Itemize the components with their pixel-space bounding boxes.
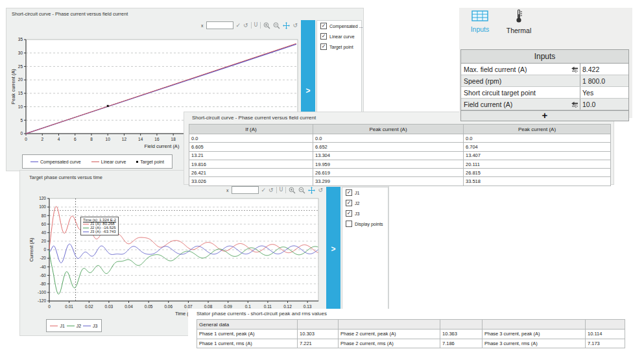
table-cell: 13.21 <box>189 151 313 160</box>
zoom-in-icon[interactable] <box>263 22 270 29</box>
y-tick-label: 20 <box>42 239 47 243</box>
y-tick-label: -20 <box>40 256 47 260</box>
column-header-peak-current-a: Peak current (A) <box>313 125 464 134</box>
table-row: Phase 1 current, rms (A)7.221Phase 2 cur… <box>197 339 625 348</box>
table-cell: 19.816 <box>189 160 313 168</box>
input-row-value[interactable]: 10.0 <box>580 99 628 110</box>
y-axis-label: Current (A) <box>29 237 34 262</box>
toolbar-separator <box>260 22 261 29</box>
group-header-general-data: General data <box>197 320 298 330</box>
group-header-empty <box>298 320 339 330</box>
x-scale-label: x <box>226 188 229 193</box>
refresh-icon[interactable]: ↺ <box>318 187 323 193</box>
input-row-label: Short circuit target point <box>461 89 580 97</box>
x-tick-label: 16 <box>154 137 160 141</box>
table-cell: 13.407 <box>464 151 611 160</box>
tab-thermal-label: Thermal <box>502 27 536 34</box>
input-row-value[interactable]: 8.422 <box>580 64 628 75</box>
x-tick-label: 14 <box>138 137 143 141</box>
table-cell: Phase 2 current, rms (A) <box>339 339 440 348</box>
toolbar-separator <box>285 187 286 193</box>
x-tick-label: 0.01 <box>65 304 73 309</box>
input-label-text: Short circuit target point <box>464 89 536 97</box>
legend-checkbox-target-point[interactable]: ✓Target point <box>320 43 361 50</box>
tab-inputs[interactable]: Inputs <box>464 10 495 33</box>
legend-checkbox-j3[interactable]: ✓J3 <box>346 210 388 217</box>
undo-icon[interactable]: ↺ <box>243 22 248 29</box>
input-row-field-current-a[interactable]: Field current (A)10.0 <box>461 99 628 110</box>
line-swatch <box>91 162 99 162</box>
input-row-max-field-current-a[interactable]: Max. field current (A)8.422 <box>461 64 628 75</box>
legend-checkbox-compensated[interactable]: ✓Compensated ... <box>320 23 361 29</box>
checkbox-unchecked-icon[interactable] <box>346 221 352 227</box>
legend-checkbox-linear-curve[interactable]: ✓Linear curve <box>320 33 361 40</box>
x-tick-label: 0.12 <box>283 304 292 309</box>
x-tick-label: 0 <box>48 304 51 309</box>
input-row-short-circuit-target-point[interactable]: Short circuit target pointYes <box>461 87 628 99</box>
x-tick-label: 0.06 <box>164 304 173 309</box>
zoom-out-icon[interactable] <box>273 22 280 29</box>
sync-parameter-icon[interactable] <box>571 66 578 73</box>
sync-parameter-icon[interactable] <box>571 101 578 108</box>
legend-checkbox-j2[interactable]: ✓J2 <box>346 200 388 206</box>
table-row: 19.81619.95920.111 <box>189 160 611 168</box>
x-scale-input[interactable] <box>206 21 233 29</box>
checkbox-checked-icon[interactable]: ✓ <box>346 189 352 196</box>
y-tick-label: 40 <box>42 230 47 235</box>
x-tick-label: 0.05 <box>145 304 153 309</box>
panel-tabs: Inputs Thermal <box>459 8 632 48</box>
input-row-speed-rpm[interactable]: Speed (rpm)1 800.0 <box>461 75 628 87</box>
checkbox-checked-icon[interactable]: ✓ <box>346 210 352 217</box>
curve-fit-icon[interactable]: U <box>280 187 283 193</box>
chart-legend-box: J1J2J3 <box>46 319 102 332</box>
inputs-table-header: Inputs <box>461 50 628 64</box>
checkbox-checked-icon[interactable]: ✓ <box>346 200 352 206</box>
table-cell: 6.652 <box>313 143 464 151</box>
pan-move-icon[interactable] <box>283 22 290 29</box>
input-label-text: Max. field current (A) <box>464 66 527 73</box>
refresh-icon[interactable]: ↺ <box>292 22 298 29</box>
legend-checkbox-label: J3 <box>355 211 359 216</box>
apply-check-icon[interactable]: ✓ <box>261 187 267 193</box>
checkbox-checked-icon[interactable]: ✓ <box>320 33 327 40</box>
input-row-value[interactable]: Yes <box>580 87 628 98</box>
x-tick-label: 0.04 <box>125 304 133 309</box>
legend-checkbox-display-points[interactable]: Display points <box>346 221 388 227</box>
table-row: Phase 1 current, peak (A)10.303Phase 2 c… <box>197 330 625 339</box>
x-tick-label: 0 <box>25 137 27 141</box>
apply-check-icon[interactable]: ✓ <box>236 22 241 29</box>
zoom-out-icon[interactable] <box>298 187 305 194</box>
x-tick-label: 0.07 <box>184 304 193 309</box>
sync-parameter-icon-wrap[interactable] <box>571 101 578 108</box>
x-scale-input[interactable] <box>232 186 259 194</box>
zoom-in-icon[interactable] <box>289 187 296 194</box>
legend-checkbox-j1[interactable]: ✓J1 <box>346 189 388 196</box>
x-tick-label: 0.02 <box>85 304 93 309</box>
undo-icon[interactable]: ↺ <box>268 187 274 193</box>
pan-move-icon[interactable] <box>308 187 315 194</box>
table-cell: 13.304 <box>313 151 464 160</box>
x-axis-label: Field current (A) <box>145 143 180 149</box>
table-row: 13.2113.30413.407 <box>189 151 611 160</box>
input-row-value[interactable]: 1 800.0 <box>580 75 628 86</box>
y-tick-label: 80 <box>42 213 47 218</box>
legend-item-target-point: Target point <box>136 160 164 164</box>
line-swatch <box>83 326 91 326</box>
chart-legend-box: Compensated curveLinear curveTarget poin… <box>22 154 173 169</box>
table-row: 26.42126.61926.815 <box>189 169 611 177</box>
x-tick-label: 18 <box>171 137 176 141</box>
curve-fit-icon[interactable]: U <box>254 22 258 29</box>
legend-expander-bar[interactable]: > <box>301 20 315 112</box>
checkbox-checked-icon[interactable]: ✓ <box>320 23 327 29</box>
y-axis-label: Peak current (A) <box>10 69 16 104</box>
legend-expander-bar[interactable]: > <box>326 187 340 311</box>
checkbox-checked-icon[interactable]: ✓ <box>320 43 327 50</box>
add-input-button[interactable]: + <box>461 110 628 121</box>
tab-thermal[interactable]: Thermal <box>502 8 536 34</box>
y-tick-label: 100 <box>39 204 46 209</box>
table-cell: 19.959 <box>313 160 464 168</box>
line-swatch <box>67 326 75 326</box>
tooltip-label: J3 (A): -63.743 <box>90 230 116 234</box>
sync-parameter-icon-wrap[interactable] <box>571 66 578 73</box>
y-tick-label: 15 <box>18 91 23 95</box>
